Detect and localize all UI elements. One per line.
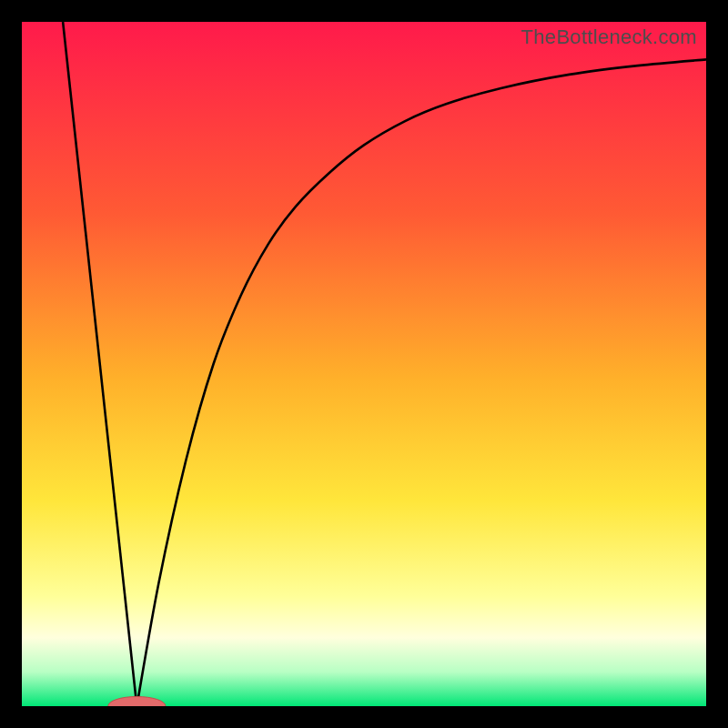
- bottleneck-chart: [22, 22, 706, 706]
- plot-area: TheBottleneck.com: [22, 22, 706, 706]
- gradient-background: [22, 22, 706, 706]
- watermark-text: TheBottleneck.com: [521, 25, 697, 49]
- chart-frame: TheBottleneck.com: [0, 0, 728, 728]
